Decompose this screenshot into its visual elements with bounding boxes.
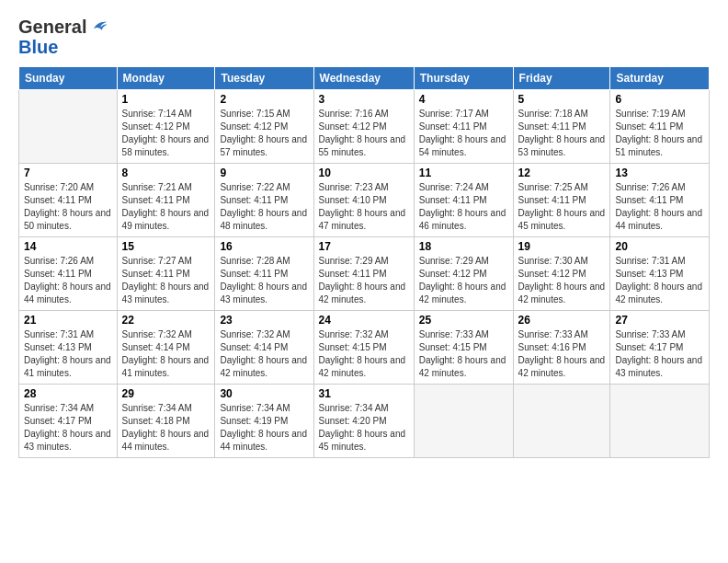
calendar-cell: 24Sunrise: 7:32 AMSunset: 4:15 PMDayligh… <box>313 311 414 385</box>
day-info: Sunrise: 7:16 AMSunset: 4:12 PMDaylight:… <box>319 108 409 159</box>
day-info: Sunrise: 7:23 AMSunset: 4:10 PMDaylight:… <box>319 181 409 233</box>
day-number: 12 <box>518 167 606 179</box>
logo-text-general: General <box>18 17 86 37</box>
day-header-tuesday: Tuesday <box>215 67 313 90</box>
day-number: 13 <box>615 167 704 179</box>
logo-text-blue: Blue <box>18 37 108 57</box>
day-info: Sunrise: 7:34 AMSunset: 4:17 PMDaylight:… <box>24 402 112 454</box>
day-number: 5 <box>518 93 606 106</box>
calendar-cell: 6Sunrise: 7:19 AMSunset: 4:11 PMDaylight… <box>610 90 710 164</box>
calendar-cell: 9Sunrise: 7:22 AMSunset: 4:11 PMDaylight… <box>215 164 313 237</box>
logo: General Blue <box>18 17 108 57</box>
day-number: 6 <box>615 93 704 106</box>
calendar-table: SundayMondayTuesdayWednesdayThursdayFrid… <box>18 66 710 458</box>
calendar-cell <box>19 90 118 164</box>
day-info: Sunrise: 7:24 AMSunset: 4:11 PMDaylight:… <box>419 181 508 233</box>
day-info: Sunrise: 7:34 AMSunset: 4:19 PMDaylight:… <box>220 402 308 454</box>
day-info: Sunrise: 7:14 AMSunset: 4:12 PMDaylight:… <box>122 108 210 159</box>
logo-bird-icon <box>88 17 108 37</box>
day-number: 11 <box>419 167 508 179</box>
day-number: 14 <box>24 240 112 253</box>
day-info: Sunrise: 7:30 AMSunset: 4:12 PMDaylight:… <box>518 255 606 306</box>
calendar-cell: 29Sunrise: 7:34 AMSunset: 4:18 PMDayligh… <box>117 385 215 458</box>
week-row-3: 21Sunrise: 7:31 AMSunset: 4:13 PMDayligh… <box>19 311 710 385</box>
calendar-cell: 3Sunrise: 7:16 AMSunset: 4:12 PMDaylight… <box>313 90 414 164</box>
day-header-monday: Monday <box>117 67 215 90</box>
calendar-cell: 17Sunrise: 7:29 AMSunset: 4:11 PMDayligh… <box>313 237 414 311</box>
day-header-sunday: Sunday <box>19 67 118 90</box>
day-header-thursday: Thursday <box>414 67 513 90</box>
day-number: 22 <box>122 314 210 327</box>
calendar-cell: 1Sunrise: 7:14 AMSunset: 4:12 PMDaylight… <box>117 90 215 164</box>
day-number: 4 <box>419 93 508 106</box>
page: General Blue SundayMondayTuesdayWednesda… <box>0 0 728 563</box>
calendar-cell: 18Sunrise: 7:29 AMSunset: 4:12 PMDayligh… <box>414 237 513 311</box>
day-header-friday: Friday <box>513 67 610 90</box>
day-number: 2 <box>220 93 308 106</box>
day-info: Sunrise: 7:33 AMSunset: 4:17 PMDaylight:… <box>615 328 704 380</box>
day-info: Sunrise: 7:33 AMSunset: 4:16 PMDaylight:… <box>518 328 606 380</box>
calendar-cell: 25Sunrise: 7:33 AMSunset: 4:15 PMDayligh… <box>414 311 513 385</box>
day-info: Sunrise: 7:29 AMSunset: 4:11 PMDaylight:… <box>319 255 409 306</box>
day-info: Sunrise: 7:28 AMSunset: 4:11 PMDaylight:… <box>220 255 308 306</box>
day-info: Sunrise: 7:22 AMSunset: 4:11 PMDaylight:… <box>220 181 308 233</box>
day-header-saturday: Saturday <box>610 67 710 90</box>
week-row-4: 28Sunrise: 7:34 AMSunset: 4:17 PMDayligh… <box>19 385 710 458</box>
calendar-cell <box>610 385 710 458</box>
day-number: 8 <box>122 167 210 179</box>
day-info: Sunrise: 7:26 AMSunset: 4:11 PMDaylight:… <box>615 181 704 233</box>
day-number: 17 <box>319 240 409 253</box>
calendar-cell: 22Sunrise: 7:32 AMSunset: 4:14 PMDayligh… <box>117 311 215 385</box>
calendar-cell <box>414 385 513 458</box>
day-info: Sunrise: 7:32 AMSunset: 4:14 PMDaylight:… <box>122 328 210 380</box>
calendar-cell: 11Sunrise: 7:24 AMSunset: 4:11 PMDayligh… <box>414 164 513 237</box>
day-info: Sunrise: 7:21 AMSunset: 4:11 PMDaylight:… <box>122 181 210 233</box>
day-number: 1 <box>122 93 210 106</box>
day-number: 10 <box>319 167 409 179</box>
day-info: Sunrise: 7:25 AMSunset: 4:11 PMDaylight:… <box>518 181 606 233</box>
day-info: Sunrise: 7:34 AMSunset: 4:20 PMDaylight:… <box>319 402 409 454</box>
day-number: 26 <box>518 314 606 327</box>
day-number: 16 <box>220 240 308 253</box>
calendar-cell: 28Sunrise: 7:34 AMSunset: 4:17 PMDayligh… <box>19 385 118 458</box>
day-number: 21 <box>24 314 112 327</box>
day-number: 3 <box>319 93 409 106</box>
calendar-cell: 27Sunrise: 7:33 AMSunset: 4:17 PMDayligh… <box>610 311 710 385</box>
day-number: 25 <box>419 314 508 327</box>
day-header-wednesday: Wednesday <box>313 67 414 90</box>
calendar-cell: 2Sunrise: 7:15 AMSunset: 4:12 PMDaylight… <box>215 90 313 164</box>
day-number: 24 <box>319 314 409 327</box>
day-info: Sunrise: 7:17 AMSunset: 4:11 PMDaylight:… <box>419 108 508 159</box>
week-row-1: 7Sunrise: 7:20 AMSunset: 4:11 PMDaylight… <box>19 164 710 237</box>
days-header-row: SundayMondayTuesdayWednesdayThursdayFrid… <box>19 67 710 90</box>
calendar-cell: 5Sunrise: 7:18 AMSunset: 4:11 PMDaylight… <box>513 90 610 164</box>
day-info: Sunrise: 7:18 AMSunset: 4:11 PMDaylight:… <box>518 108 606 159</box>
calendar-cell: 31Sunrise: 7:34 AMSunset: 4:20 PMDayligh… <box>313 385 414 458</box>
calendar-cell: 19Sunrise: 7:30 AMSunset: 4:12 PMDayligh… <box>513 237 610 311</box>
day-info: Sunrise: 7:31 AMSunset: 4:13 PMDaylight:… <box>24 328 112 380</box>
day-info: Sunrise: 7:34 AMSunset: 4:18 PMDaylight:… <box>122 402 210 454</box>
header: General Blue <box>18 17 710 57</box>
day-number: 27 <box>615 314 704 327</box>
day-info: Sunrise: 7:32 AMSunset: 4:15 PMDaylight:… <box>319 328 409 380</box>
day-number: 20 <box>615 240 704 253</box>
day-info: Sunrise: 7:19 AMSunset: 4:11 PMDaylight:… <box>615 108 704 159</box>
day-info: Sunrise: 7:20 AMSunset: 4:11 PMDaylight:… <box>24 181 112 233</box>
day-info: Sunrise: 7:33 AMSunset: 4:15 PMDaylight:… <box>419 328 508 380</box>
day-number: 31 <box>319 387 409 400</box>
calendar-cell: 10Sunrise: 7:23 AMSunset: 4:10 PMDayligh… <box>313 164 414 237</box>
calendar-cell: 12Sunrise: 7:25 AMSunset: 4:11 PMDayligh… <box>513 164 610 237</box>
day-number: 19 <box>518 240 606 253</box>
calendar-cell: 7Sunrise: 7:20 AMSunset: 4:11 PMDaylight… <box>19 164 118 237</box>
day-number: 7 <box>24 167 112 179</box>
day-number: 9 <box>220 167 308 179</box>
calendar-cell: 23Sunrise: 7:32 AMSunset: 4:14 PMDayligh… <box>215 311 313 385</box>
calendar-cell: 16Sunrise: 7:28 AMSunset: 4:11 PMDayligh… <box>215 237 313 311</box>
day-number: 23 <box>220 314 308 327</box>
day-info: Sunrise: 7:32 AMSunset: 4:14 PMDaylight:… <box>220 328 308 380</box>
day-info: Sunrise: 7:31 AMSunset: 4:13 PMDaylight:… <box>615 255 704 306</box>
calendar-cell: 13Sunrise: 7:26 AMSunset: 4:11 PMDayligh… <box>610 164 710 237</box>
day-number: 15 <box>122 240 210 253</box>
calendar-cell: 8Sunrise: 7:21 AMSunset: 4:11 PMDaylight… <box>117 164 215 237</box>
day-number: 30 <box>220 387 308 400</box>
